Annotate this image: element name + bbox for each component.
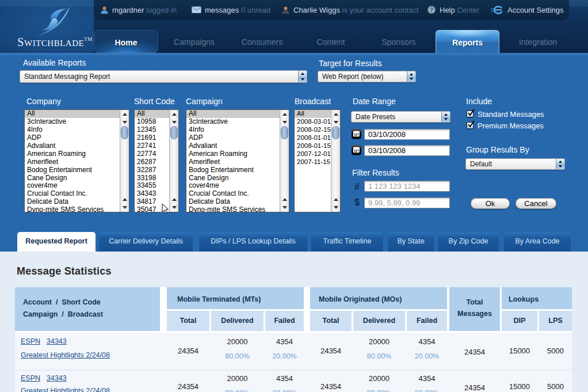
svg-text:?: ? (430, 7, 433, 13)
